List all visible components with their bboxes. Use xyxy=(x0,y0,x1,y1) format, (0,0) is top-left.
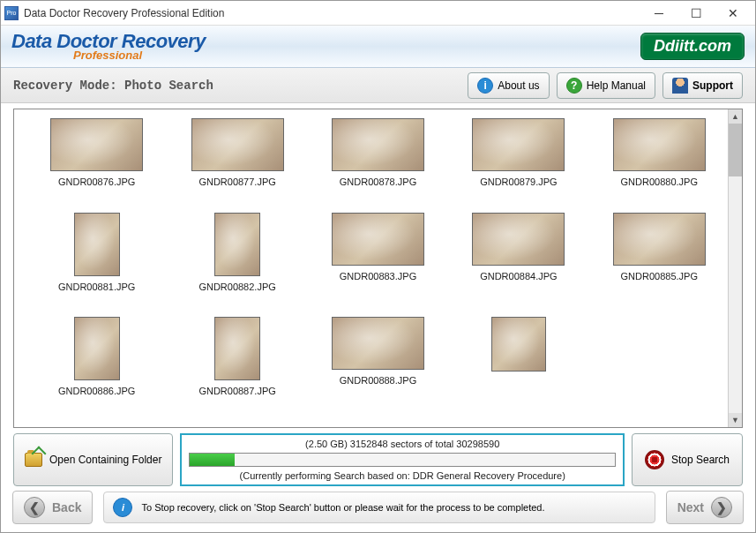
thumbnail-cell[interactable]: GNDR00884.JPG xyxy=(450,213,587,314)
thumbnail-filename: GNDR00887.JPG xyxy=(198,386,275,396)
thumbnail-image xyxy=(472,213,565,266)
maximize-button[interactable]: ☐ xyxy=(677,2,715,25)
thumbnail-filename: GNDR00882.JPG xyxy=(198,282,275,292)
site-badge: Ddiitt.com xyxy=(640,33,745,60)
thumbnail-image xyxy=(74,213,120,276)
thumbnail-filename: GNDR00881.JPG xyxy=(58,282,135,292)
progress-fill xyxy=(190,454,234,466)
info-icon: i xyxy=(113,498,132,517)
thumbnail-image xyxy=(50,118,143,171)
thumbnail-image xyxy=(491,317,546,372)
thumbnail-filename: GNDR00877.JPG xyxy=(198,176,275,187)
thumbnail-image xyxy=(332,213,424,266)
support-button[interactable]: Support xyxy=(662,72,743,99)
minimize-button[interactable]: ─ xyxy=(640,2,677,25)
scroll-up-button[interactable]: ▲ xyxy=(729,109,742,124)
footer: ❮ Back i To Stop recovery, click on 'Sto… xyxy=(12,491,744,524)
back-label: Back xyxy=(52,500,81,514)
thumbnail-cell[interactable]: GNDR00878.JPG xyxy=(310,118,446,209)
mode-bar: Recovery Mode: Photo Search i About us ?… xyxy=(1,68,755,103)
content: GNDR00876.JPGGNDR00877.JPGGNDR00878.JPGG… xyxy=(1,103,755,492)
recovery-mode-label: Recovery Mode: Photo Search xyxy=(13,79,460,93)
window-title: Data Doctor Recovery Professional Editio… xyxy=(24,7,640,19)
support-label: Support xyxy=(692,79,733,92)
progress-box: (2.50 GB) 3152848 sectors of total 30298… xyxy=(180,433,625,486)
stop-search-button[interactable]: Stop Search xyxy=(632,433,743,486)
thumbnail-cell[interactable]: GNDR00877.JPG xyxy=(168,118,305,209)
help-label: Help Manual xyxy=(587,79,646,92)
thumbnail-cell[interactable]: GNDR00876.JPG xyxy=(28,118,165,209)
chevron-right-icon: ❯ xyxy=(711,497,732,518)
back-button[interactable]: ❮ Back xyxy=(12,491,93,524)
thumbnail-image xyxy=(332,118,424,171)
thumbnail-image xyxy=(613,118,706,171)
thumbnail-image xyxy=(613,213,706,266)
banner: Data Doctor Recovery Professional Ddiitt… xyxy=(1,26,755,68)
thumbnail-cell[interactable]: GNDR00882.JPG xyxy=(168,213,305,314)
thumbnail-image xyxy=(332,317,424,370)
thumbnail-cell[interactable]: GNDR00887.JPG xyxy=(168,317,305,418)
tip-text: To Stop recovery, click on 'Stop Search'… xyxy=(141,502,544,513)
thumbnail-image xyxy=(191,118,284,171)
info-strip: i To Stop recovery, click on 'Stop Searc… xyxy=(103,492,655,523)
open-folder-button[interactable]: Open Containing Folder xyxy=(13,433,173,486)
thumbnail-panel: GNDR00876.JPGGNDR00877.JPGGNDR00878.JPGG… xyxy=(13,109,743,428)
scroll-thumb[interactable] xyxy=(729,124,742,176)
about-button[interactable]: i About us xyxy=(468,72,549,99)
thumbnail-cell[interactable]: GNDR00885.JPG xyxy=(591,213,728,314)
thumbnail-filename: GNDR00880.JPG xyxy=(621,176,698,187)
help-button[interactable]: ? Help Manual xyxy=(557,72,655,99)
close-button[interactable]: ✕ xyxy=(715,2,752,25)
thumbnail-image xyxy=(214,213,260,276)
stop-icon xyxy=(645,450,664,469)
brand: Data Doctor Recovery Professional xyxy=(11,32,206,61)
open-folder-label: Open Containing Folder xyxy=(49,454,161,466)
help-icon: ? xyxy=(566,78,582,94)
progress-row: Open Containing Folder (2.50 GB) 3152848… xyxy=(13,433,743,486)
thumbnail-filename: GNDR00885.JPG xyxy=(621,271,698,282)
thumbnail-filename: GNDR00884.JPG xyxy=(480,271,557,282)
thumbnail-cell[interactable]: GNDR00880.JPG xyxy=(591,118,728,209)
thumbnail-filename: GNDR00876.JPG xyxy=(58,176,135,187)
app-icon: Pro xyxy=(4,6,19,20)
thumbnail-filename: GNDR00879.JPG xyxy=(480,176,557,187)
folder-icon xyxy=(25,453,42,467)
thumbnail-filename: GNDR00888.JPG xyxy=(340,375,416,386)
thumbnail-cell[interactable]: GNDR00883.JPG xyxy=(310,213,446,314)
thumbnail-cell[interactable]: GNDR00886.JPG xyxy=(28,317,165,418)
scrollbar[interactable]: ▲ ▼ xyxy=(728,109,742,427)
person-icon xyxy=(672,78,688,94)
progress-subtext: (Currently performing Search based on: D… xyxy=(240,470,565,481)
info-icon: i xyxy=(477,78,493,94)
thumbnail-image xyxy=(472,118,565,171)
thumbnail-cell[interactable] xyxy=(450,317,587,418)
thumbnail-filename: GNDR00886.JPG xyxy=(58,386,135,396)
progress-text: (2.50 GB) 3152848 sectors of total 30298… xyxy=(305,439,499,449)
thumbnail-cell[interactable]: GNDR00879.JPG xyxy=(450,118,587,209)
thumbnail-image xyxy=(74,317,120,380)
thumbnail-filename: GNDR00878.JPG xyxy=(340,176,416,187)
chevron-left-icon: ❮ xyxy=(24,497,45,518)
about-label: About us xyxy=(498,79,539,92)
progress-bar xyxy=(189,453,616,467)
thumbnail-cell[interactable]: GNDR00881.JPG xyxy=(28,213,165,314)
window-controls: ─ ☐ ✕ xyxy=(640,2,752,25)
thumbnail-image xyxy=(214,317,260,380)
stop-label: Stop Search xyxy=(671,454,730,466)
next-button[interactable]: Next ❯ xyxy=(666,491,744,524)
next-label: Next xyxy=(677,500,704,514)
thumbnail-grid: GNDR00876.JPGGNDR00877.JPGGNDR00878.JPGG… xyxy=(14,109,742,427)
thumbnail-filename: GNDR00883.JPG xyxy=(340,271,416,282)
scroll-down-button[interactable]: ▼ xyxy=(729,413,742,427)
thumbnail-cell[interactable]: GNDR00888.JPG xyxy=(310,317,446,418)
titlebar: Pro Data Doctor Recovery Professional Ed… xyxy=(1,1,755,26)
